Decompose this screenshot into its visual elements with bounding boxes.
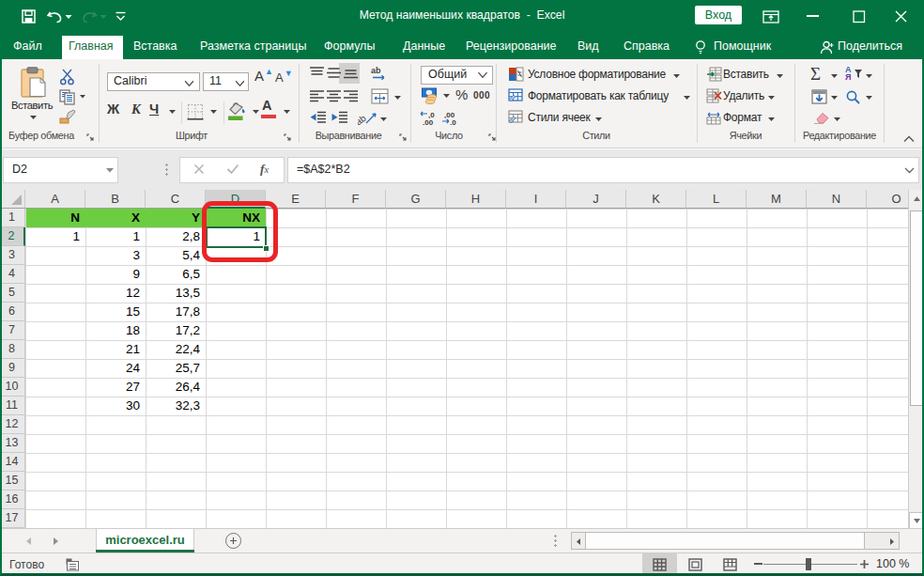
svg-text:ab: ab	[358, 113, 368, 126]
svg-text:,00: ,00	[423, 118, 434, 126]
svg-text:ab: ab	[371, 66, 381, 75]
svg-text:,0: ,0	[450, 118, 456, 126]
